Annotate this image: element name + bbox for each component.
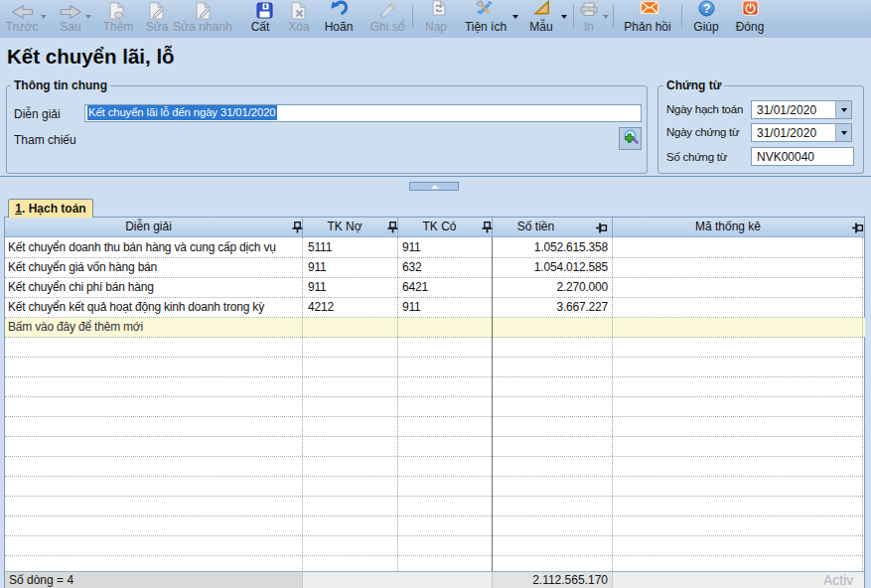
svg-text:?: ? xyxy=(703,2,711,16)
